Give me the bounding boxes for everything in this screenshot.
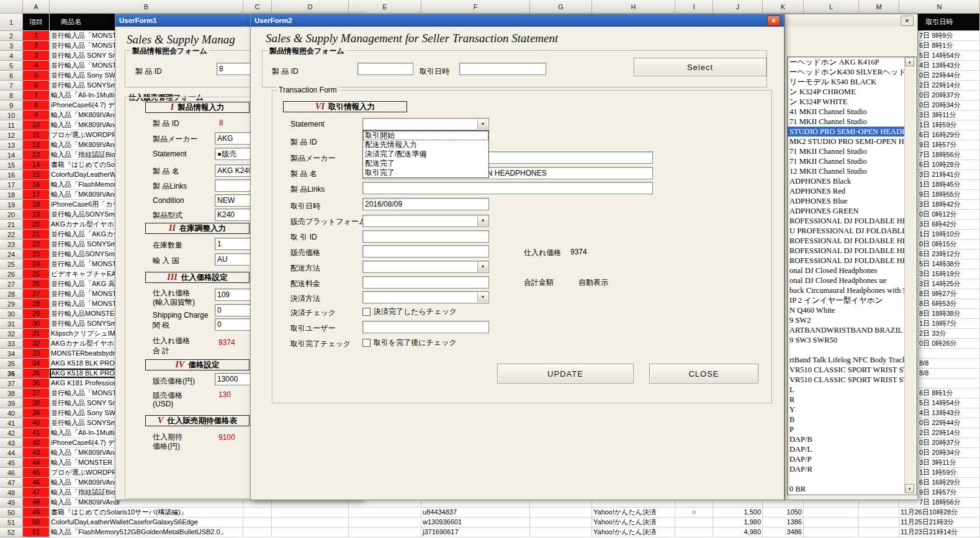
row-header-35[interactable]: 35: [0, 359, 23, 369]
product-list-item[interactable]: back Circumaural Headphones with 50m: [788, 285, 906, 295]
product-list-item[interactable]: onal DJ Closed Headphones ue: [788, 276, 906, 285]
chevron-down-icon[interactable]: ▼: [477, 262, 488, 272]
row-header-29[interactable]: 29: [0, 299, 23, 309]
row-header-10[interactable]: 10: [0, 110, 23, 120]
column-header-J[interactable]: J: [713, 0, 763, 14]
row-header-25[interactable]: 25: [0, 259, 23, 269]
row-header-33[interactable]: 33: [0, 339, 23, 349]
row-header-43[interactable]: 43: [0, 438, 23, 448]
cell-N50[interactable]: 11月26日10時28分: [899, 508, 980, 518]
column-header-I[interactable]: I: [675, 0, 713, 14]
product-listbox[interactable]: ーヘッドホン AKG K416PーヘッドホンK430 SILVERヘッドホンリー…: [787, 56, 917, 495]
row-header-26[interactable]: 26: [0, 269, 23, 279]
cell-A2[interactable]: 1: [23, 31, 50, 41]
statement-option[interactable]: 取引完了: [363, 168, 488, 177]
cell-A47[interactable]: 46: [23, 478, 50, 488]
product-list-item[interactable]: IP 2 インイヤー型イヤホン: [788, 295, 906, 305]
shipping-method-combobox[interactable]: ▼: [362, 261, 489, 273]
cell-I50[interactable]: ○: [675, 508, 713, 518]
row-header-39[interactable]: 39: [0, 398, 23, 408]
complete-checkbox[interactable]: [362, 339, 371, 347]
chevron-down-icon[interactable]: ▼: [477, 216, 488, 226]
cell-H52[interactable]: Yahoo!かんたん決済: [592, 527, 675, 537]
row-header-44[interactable]: 44: [0, 448, 23, 458]
cell-A25[interactable]: 24: [23, 259, 50, 269]
cell-A13[interactable]: 12: [23, 140, 50, 150]
product-list-item[interactable]: onal DJ Closed Headphones: [788, 266, 906, 276]
cell-A49[interactable]: 48: [23, 498, 50, 508]
cell-A46[interactable]: 45: [23, 468, 50, 478]
product-list-item[interactable]: 71 MKII Channel Studio: [788, 156, 906, 166]
cell-A30[interactable]: 29: [23, 309, 50, 319]
product-list-item[interactable]: ROFESSIONAL DJ FOLDABLE HEAI: [788, 246, 906, 256]
product-list-item[interactable]: R: [788, 395, 906, 405]
product-list-item[interactable]: ーヘッドホンK430 SILVERヘッドホン: [788, 67, 906, 77]
row-header-18[interactable]: 18: [0, 190, 23, 200]
close-icon[interactable]: ×: [901, 16, 914, 26]
cell-M50[interactable]: [859, 508, 899, 518]
product-list-titlebar[interactable]: ×: [785, 14, 917, 27]
sell-price-input[interactable]: [362, 245, 489, 258]
product-list-item[interactable]: VR510 CLASSIC SPORT WRIST STRA: [788, 365, 906, 375]
product-list-item[interactable]: ン K324P WHITE: [788, 97, 906, 107]
cell-A38[interactable]: 37: [23, 388, 50, 398]
row-header-50[interactable]: 50: [0, 508, 23, 518]
statement-combobox[interactable]: ▼: [362, 118, 489, 130]
statement-option[interactable]: 配送先情報入力: [363, 140, 488, 150]
cell-A21[interactable]: 20: [23, 220, 50, 230]
cell-H51[interactable]: Yahoo!かんたん決済: [592, 518, 675, 527]
cell-E51[interactable]: [349, 518, 421, 527]
row-header-22[interactable]: 22: [0, 230, 23, 240]
product-list-item[interactable]: 41 MKII Channel Studio: [788, 107, 906, 117]
product-list-item[interactable]: VR510 CLASSIC SPORT WRIST STRA: [788, 375, 906, 385]
row-header-32[interactable]: 32: [0, 329, 23, 339]
statement-option[interactable]: 取引開始: [363, 131, 488, 140]
product-list-item[interactable]: 9 SW3 SWR50: [788, 335, 906, 345]
statement-dropdown-list[interactable]: 取引開始配送先情報入力決済完了/配送準備配送完了取引完了: [362, 130, 489, 178]
cell-E52[interactable]: [349, 527, 421, 537]
cell-A45[interactable]: 44: [23, 458, 50, 468]
row-header-4[interactable]: 4: [0, 51, 23, 61]
cell-A7[interactable]: 6: [23, 81, 50, 91]
uf2-inquiry-product-id-input[interactable]: [357, 63, 413, 75]
row-header-36[interactable]: 36: [0, 369, 23, 379]
product-list-item[interactable]: ADPHONES Black: [788, 176, 906, 186]
cell-I52[interactable]: [675, 527, 713, 537]
cell-D51[interactable]: [272, 518, 349, 527]
cell-D52[interactable]: [272, 527, 349, 537]
row-header-16[interactable]: 16: [0, 170, 23, 180]
row-header-27[interactable]: 27: [0, 279, 23, 289]
row-header-3[interactable]: 3: [0, 41, 23, 51]
cell-A17[interactable]: 16: [23, 180, 50, 190]
row-header-31[interactable]: 31: [0, 319, 23, 329]
close-icon[interactable]: ×: [767, 16, 780, 26]
uf2-datetime-input[interactable]: 2016/08/09: [362, 198, 489, 210]
product-list-item[interactable]: DAP/L: [788, 444, 906, 454]
cell-A24[interactable]: 23: [23, 249, 50, 259]
row-header-45[interactable]: 45: [0, 458, 23, 468]
cell-G52[interactable]: [530, 527, 592, 537]
scroll-up-icon[interactable]: ▲: [905, 57, 914, 66]
row-header-8[interactable]: 8: [0, 91, 23, 101]
cell-C51[interactable]: [243, 518, 272, 527]
cell-J52[interactable]: 4,980: [713, 527, 763, 537]
product-list-item[interactable]: P: [788, 424, 906, 434]
cell-A43[interactable]: 42: [23, 438, 50, 448]
cell-H50[interactable]: Yahoo!かんたん決済: [592, 508, 675, 518]
row-header-15[interactable]: 15: [0, 160, 23, 170]
cell-B51[interactable]: ColorfulDayLeatherWalletCaseforGalaxyS6E…: [50, 518, 243, 527]
uf2-links-input[interactable]: [362, 182, 653, 194]
chevron-down-icon[interactable]: ▼: [477, 119, 488, 129]
cell-A19[interactable]: 18: [23, 200, 50, 210]
product-list-item[interactable]: ROFESSIONAL DJ FOLDABLE HEAI: [788, 216, 906, 226]
product-list-item[interactable]: rtBand Talk Lifelog NFC Body Tracker: [788, 355, 906, 365]
cell-A39[interactable]: 38: [23, 398, 50, 408]
column-header-D[interactable]: D: [272, 0, 349, 14]
cell-A4[interactable]: 3: [23, 51, 50, 61]
row-header-42[interactable]: 42: [0, 428, 23, 438]
row-header-6[interactable]: 6: [0, 71, 23, 81]
cell-A52[interactable]: 51: [23, 527, 50, 537]
cell-A42[interactable]: 41: [23, 428, 50, 438]
cell-A22[interactable]: 21: [23, 230, 50, 240]
product-list-item[interactable]: B: [788, 415, 906, 424]
